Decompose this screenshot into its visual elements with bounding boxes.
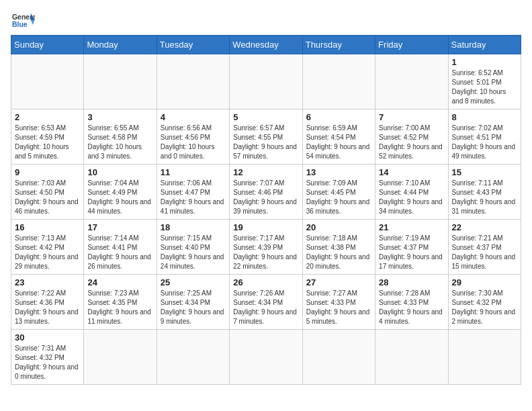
day-number: 3	[87, 112, 152, 122]
day-number: 11	[161, 167, 226, 177]
calendar-cell: 2Sunrise: 6:53 AM Sunset: 4:59 PM Daylig…	[11, 109, 84, 165]
day-info: Sunrise: 6:57 AM Sunset: 4:55 PM Dayligh…	[233, 124, 298, 161]
logo-icon: General Blue	[11, 11, 35, 30]
day-info: Sunrise: 6:59 AM Sunset: 4:54 PM Dayligh…	[306, 124, 371, 161]
column-header-friday: Friday	[375, 36, 448, 54]
day-number: 28	[379, 277, 444, 287]
calendar-cell	[230, 330, 302, 385]
column-header-sunday: Sunday	[11, 36, 84, 54]
calendar-cell	[375, 330, 448, 385]
calendar-cell: 21Sunrise: 7:19 AM Sunset: 4:37 PM Dayli…	[375, 220, 448, 275]
calendar-cell: 5Sunrise: 6:57 AM Sunset: 4:55 PM Daylig…	[230, 109, 302, 165]
day-number: 18	[161, 222, 226, 232]
day-info: Sunrise: 6:53 AM Sunset: 4:59 PM Dayligh…	[15, 124, 80, 161]
column-header-monday: Monday	[84, 36, 157, 54]
calendar-cell	[448, 330, 521, 385]
day-info: Sunrise: 7:04 AM Sunset: 4:49 PM Dayligh…	[87, 179, 152, 216]
calendar-cell: 19Sunrise: 7:17 AM Sunset: 4:39 PM Dayli…	[230, 220, 302, 275]
calendar-cell: 15Sunrise: 7:11 AM Sunset: 4:43 PM Dayli…	[448, 165, 521, 220]
day-number: 25	[161, 277, 226, 287]
calendar-cell	[84, 330, 157, 385]
day-info: Sunrise: 7:27 AM Sunset: 4:33 PM Dayligh…	[306, 289, 371, 326]
calendar-cell: 17Sunrise: 7:14 AM Sunset: 4:41 PM Dayli…	[84, 220, 157, 275]
calendar-cell	[157, 54, 229, 109]
calendar-cell	[157, 330, 229, 385]
day-info: Sunrise: 7:07 AM Sunset: 4:46 PM Dayligh…	[233, 179, 298, 216]
day-number: 22	[452, 222, 517, 232]
calendar-header-row: SundayMondayTuesdayWednesdayThursdayFrid…	[11, 36, 521, 54]
day-info: Sunrise: 6:56 AM Sunset: 4:56 PM Dayligh…	[161, 124, 226, 161]
calendar-cell: 28Sunrise: 7:28 AM Sunset: 4:33 PM Dayli…	[375, 275, 448, 330]
day-info: Sunrise: 6:52 AM Sunset: 5:01 PM Dayligh…	[452, 68, 517, 106]
calendar-cell: 27Sunrise: 7:27 AM Sunset: 4:33 PM Dayli…	[302, 275, 375, 330]
calendar-cell: 9Sunrise: 7:03 AM Sunset: 4:50 PM Daylig…	[11, 165, 84, 220]
calendar-cell: 26Sunrise: 7:26 AM Sunset: 4:34 PM Dayli…	[230, 275, 302, 330]
day-info: Sunrise: 7:22 AM Sunset: 4:36 PM Dayligh…	[15, 289, 80, 326]
day-info: Sunrise: 7:30 AM Sunset: 4:32 PM Dayligh…	[452, 289, 517, 326]
day-number: 29	[452, 277, 517, 287]
calendar-week-row: 9Sunrise: 7:03 AM Sunset: 4:50 PM Daylig…	[11, 165, 521, 220]
calendar-cell	[375, 54, 448, 109]
column-header-tuesday: Tuesday	[157, 36, 229, 54]
day-number: 14	[379, 167, 444, 177]
day-info: Sunrise: 7:28 AM Sunset: 4:33 PM Dayligh…	[379, 289, 444, 326]
calendar-cell	[11, 54, 84, 109]
column-header-saturday: Saturday	[448, 36, 521, 54]
calendar-cell: 1Sunrise: 6:52 AM Sunset: 5:01 PM Daylig…	[448, 54, 521, 109]
day-number: 6	[306, 112, 371, 122]
calendar-cell: 12Sunrise: 7:07 AM Sunset: 4:46 PM Dayli…	[230, 165, 302, 220]
day-info: Sunrise: 7:10 AM Sunset: 4:44 PM Dayligh…	[379, 179, 444, 216]
calendar-cell: 4Sunrise: 6:56 AM Sunset: 4:56 PM Daylig…	[157, 109, 229, 165]
day-info: Sunrise: 7:13 AM Sunset: 4:42 PM Dayligh…	[15, 234, 80, 271]
calendar-week-row: 2Sunrise: 6:53 AM Sunset: 4:59 PM Daylig…	[11, 109, 521, 165]
calendar-week-row: 1Sunrise: 6:52 AM Sunset: 5:01 PM Daylig…	[11, 54, 521, 109]
day-number: 5	[233, 112, 298, 122]
day-info: Sunrise: 7:09 AM Sunset: 4:45 PM Dayligh…	[306, 179, 371, 216]
day-info: Sunrise: 7:26 AM Sunset: 4:34 PM Dayligh…	[233, 289, 298, 326]
day-number: 21	[379, 222, 444, 232]
day-info: Sunrise: 7:25 AM Sunset: 4:34 PM Dayligh…	[161, 289, 226, 326]
calendar-cell	[302, 330, 375, 385]
day-number: 1	[452, 57, 517, 67]
day-number: 9	[15, 167, 80, 177]
calendar-week-row: 23Sunrise: 7:22 AM Sunset: 4:36 PM Dayli…	[11, 275, 521, 330]
day-number: 16	[15, 222, 80, 232]
day-info: Sunrise: 7:02 AM Sunset: 4:51 PM Dayligh…	[452, 124, 517, 161]
day-info: Sunrise: 7:17 AM Sunset: 4:39 PM Dayligh…	[233, 234, 298, 271]
day-number: 13	[306, 167, 371, 177]
day-info: Sunrise: 7:14 AM Sunset: 4:41 PM Dayligh…	[87, 234, 152, 271]
day-number: 24	[87, 277, 152, 287]
day-info: Sunrise: 7:18 AM Sunset: 4:38 PM Dayligh…	[306, 234, 371, 271]
day-info: Sunrise: 7:23 AM Sunset: 4:35 PM Dayligh…	[87, 289, 152, 326]
calendar-cell: 13Sunrise: 7:09 AM Sunset: 4:45 PM Dayli…	[302, 165, 375, 220]
day-info: Sunrise: 6:55 AM Sunset: 4:58 PM Dayligh…	[87, 124, 152, 161]
calendar-cell	[230, 54, 302, 109]
page-header: General Blue	[11, 11, 521, 30]
calendar-table: SundayMondayTuesdayWednesdayThursdayFrid…	[11, 35, 521, 385]
calendar-cell: 14Sunrise: 7:10 AM Sunset: 4:44 PM Dayli…	[375, 165, 448, 220]
svg-text:Blue: Blue	[12, 20, 28, 28]
calendar-cell: 7Sunrise: 7:00 AM Sunset: 4:52 PM Daylig…	[375, 109, 448, 165]
day-number: 8	[452, 112, 517, 122]
calendar-cell: 23Sunrise: 7:22 AM Sunset: 4:36 PM Dayli…	[11, 275, 84, 330]
calendar-week-row: 16Sunrise: 7:13 AM Sunset: 4:42 PM Dayli…	[11, 220, 521, 275]
day-number: 26	[233, 277, 298, 287]
day-number: 27	[306, 277, 371, 287]
day-info: Sunrise: 7:03 AM Sunset: 4:50 PM Dayligh…	[15, 179, 80, 216]
day-info: Sunrise: 7:15 AM Sunset: 4:40 PM Dayligh…	[161, 234, 226, 271]
day-number: 20	[306, 222, 371, 232]
day-info: Sunrise: 7:11 AM Sunset: 4:43 PM Dayligh…	[452, 179, 517, 216]
day-info: Sunrise: 7:21 AM Sunset: 4:37 PM Dayligh…	[452, 234, 517, 271]
calendar-week-row: 30Sunrise: 7:31 AM Sunset: 4:32 PM Dayli…	[11, 330, 521, 385]
day-number: 23	[15, 277, 80, 287]
day-info: Sunrise: 7:31 AM Sunset: 4:32 PM Dayligh…	[15, 344, 80, 381]
day-info: Sunrise: 7:00 AM Sunset: 4:52 PM Dayligh…	[379, 124, 444, 161]
calendar-cell: 29Sunrise: 7:30 AM Sunset: 4:32 PM Dayli…	[448, 275, 521, 330]
logo: General Blue	[11, 11, 35, 30]
day-info: Sunrise: 7:19 AM Sunset: 4:37 PM Dayligh…	[379, 234, 444, 271]
day-number: 30	[15, 332, 80, 342]
calendar-cell: 18Sunrise: 7:15 AM Sunset: 4:40 PM Dayli…	[157, 220, 229, 275]
calendar-cell: 22Sunrise: 7:21 AM Sunset: 4:37 PM Dayli…	[448, 220, 521, 275]
day-info: Sunrise: 7:06 AM Sunset: 4:47 PM Dayligh…	[161, 179, 226, 216]
day-number: 15	[452, 167, 517, 177]
